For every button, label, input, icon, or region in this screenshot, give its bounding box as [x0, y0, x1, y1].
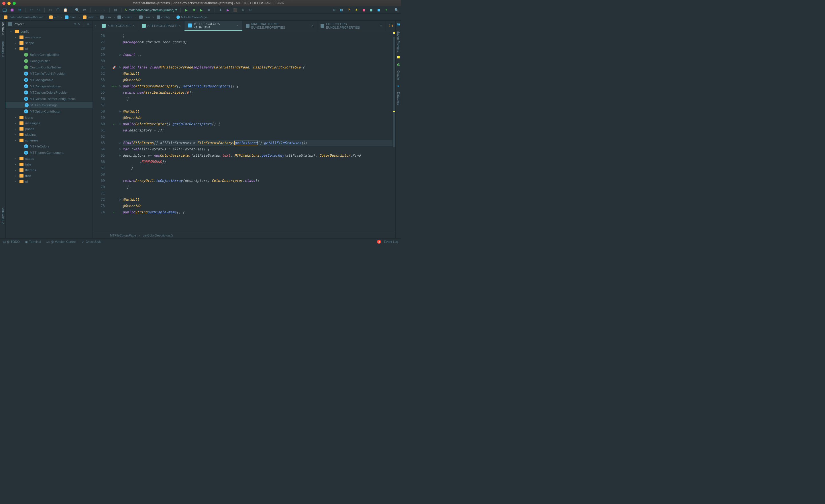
editor-tab[interactable]: FILE COLORS BUNDLE.PROPERTIES× [317, 21, 386, 31]
stop-icon[interactable]: ■ [207, 8, 211, 12]
code-editor[interactable]: 2627282930315253545556575859606162636465… [93, 31, 395, 232]
event-count-badge[interactable]: 2 [377, 240, 381, 244]
tree-folder[interactable]: ▸status [6, 156, 92, 162]
tree-folder[interactable]: ▸messages [6, 120, 92, 126]
tree-file[interactable]: CMTCustomThemeConfigurable [6, 96, 92, 102]
debug-icon[interactable]: ✱ [192, 8, 196, 12]
tree-folder[interactable]: ▸ui [6, 179, 92, 184]
tree-folder[interactable]: ▸tree [6, 173, 92, 179]
tree-file[interactable]: ICustomConfigNotifier [6, 64, 92, 70]
close-window-icon[interactable] [2, 2, 5, 5]
mt2-icon[interactable]: ◼ [369, 8, 374, 12]
paste-icon[interactable]: 📋 [63, 8, 68, 12]
breadcrumb-item[interactable]: config [155, 15, 171, 19]
breadcrumb-item[interactable]: chrisrm [116, 15, 134, 19]
tree-file[interactable]: CMTCustomColorsProvider [6, 89, 92, 96]
settings-dots-icon[interactable]: ⋮ [82, 22, 86, 26]
line-number-gutter[interactable]: 2627282930315253545556575859606162636465… [93, 31, 110, 232]
database-tool-button[interactable]: Database [397, 92, 400, 105]
editor-tab[interactable]: BUILD.GRADLE× [98, 21, 138, 31]
tab-close-icon[interactable]: × [236, 23, 239, 27]
redo-icon[interactable]: ↷ [36, 8, 41, 12]
tree-folder[interactable]: ▸panes [6, 126, 92, 132]
editor-tab[interactable]: MATERIAL THEME BUNDLE.PROPERTIES× [242, 21, 317, 31]
breadcrumb-item[interactable]: src [48, 15, 60, 19]
puzzle-icon[interactable]: ✦ [384, 8, 388, 12]
back-icon[interactable]: ← [94, 8, 98, 12]
settings-icon[interactable]: ⚙ [332, 8, 336, 12]
breadcrumb-item[interactable]: com [98, 15, 112, 19]
breadcrumb-item[interactable]: idea [138, 15, 152, 19]
star-icon[interactable]: ☀ [354, 8, 359, 12]
tab-close-icon[interactable]: × [311, 23, 313, 28]
collapse-icon[interactable]: ⇱ [78, 22, 80, 26]
tree-file[interactable]: CMTOptionContributor [6, 108, 92, 114]
grid-icon[interactable]: ⊞ [113, 8, 118, 12]
tree-folder[interactable]: ▸icons [6, 114, 92, 120]
tab-close-icon[interactable]: × [132, 23, 135, 28]
tree-folder[interactable]: ▾config [6, 29, 92, 34]
forward-icon[interactable]: → [101, 8, 106, 12]
help-icon[interactable]: ? [347, 8, 351, 12]
breadcrumb-item[interactable]: main [63, 15, 78, 19]
mt1-icon[interactable]: ◼ [362, 8, 366, 12]
run2-icon[interactable]: ▶ [199, 8, 204, 12]
tree-file[interactable]: CMTFileColors [6, 143, 92, 150]
favorites-tool-button[interactable]: 2: Favorites [1, 207, 5, 224]
cut-icon[interactable]: ✂ [48, 8, 53, 12]
save-icon[interactable] [10, 8, 14, 12]
run-config-selector[interactable]: ↻ material-theme-jetbrains [runIde] ▾ [125, 8, 177, 12]
editor-scrollbar[interactable] [392, 31, 395, 232]
mt3-icon[interactable]: ◼ [376, 8, 381, 12]
profiler-icon[interactable]: ▶ [226, 8, 230, 12]
breadcrumb-item[interactable]: MTFileColorsPage [175, 15, 209, 19]
jb-icon[interactable]: ⬛ [233, 8, 238, 12]
hidden-tab-count[interactable]: ⋮ 4 [386, 21, 395, 31]
apps-icon[interactable]: ⊞ [339, 8, 344, 12]
tree-file[interactable]: IConfigNotifier [6, 58, 92, 64]
open-icon[interactable] [2, 8, 7, 12]
tab-nav-left-icon[interactable]: ‹ [93, 21, 98, 31]
reload1-icon[interactable]: ↻ [241, 8, 245, 12]
tree-file[interactable]: CMTThemesComponent [6, 150, 92, 156]
tree-folder[interactable]: ▸scope [6, 40, 92, 46]
reload2-icon[interactable]: ↻ [248, 8, 253, 12]
breadcrumb-item[interactable]: material-theme-jetbrains [2, 15, 45, 19]
tree-folder[interactable]: ▾schemes [6, 138, 92, 143]
structure-tool-button[interactable]: 7: Structure [1, 41, 5, 58]
todo-tool-button[interactable]: ▤ 6: TODO [3, 240, 20, 244]
tree-file[interactable]: CMTFileColorsPage [6, 102, 92, 108]
gradle-logo-icon[interactable]: ◐ [397, 63, 400, 67]
breadcrumb-method[interactable]: getColorDescriptors() [143, 234, 173, 237]
tree-file[interactable]: CMTConfigurableBase [6, 83, 92, 89]
run-icon[interactable]: ▶ [184, 8, 189, 12]
zoom-window-icon[interactable] [13, 2, 16, 5]
tab-close-icon[interactable]: × [179, 23, 181, 28]
dropdown-icon[interactable]: ▾ [74, 22, 76, 26]
tree-folder[interactable]: ▸tabs [6, 162, 92, 167]
hide-panel-icon[interactable]: ⇤ [87, 22, 90, 26]
breadcrumb-class[interactable]: MTFileColorsPage [110, 234, 136, 237]
breadcrumb-item[interactable]: java [81, 15, 95, 19]
editor-tab[interactable]: MT FILE COLORS PAGE.JAVA× [184, 21, 242, 31]
maven-tool-button[interactable]: Maven Projects [397, 30, 400, 52]
find-icon[interactable]: 🔍 [75, 8, 79, 12]
tree-file[interactable]: CMTConfigurable [6, 77, 92, 83]
code-content[interactable]: }package com.chrisrm.idea.config;import … [123, 31, 392, 232]
scrollbar-thumb[interactable] [393, 37, 395, 147]
minimize-window-icon[interactable] [7, 2, 11, 5]
tree-folder[interactable]: ▸plugins [6, 132, 92, 138]
event-log-button[interactable]: Event Log [384, 240, 398, 243]
terminal-tool-button[interactable]: ▣ Terminal [25, 240, 41, 244]
tree-folder[interactable]: ▾ui [6, 46, 92, 52]
tree-folder[interactable]: ▸themes [6, 167, 92, 173]
gradle-tool-button[interactable]: Gradle [397, 70, 400, 80]
tree-file[interactable]: CMTConfigTopHitProvider [6, 70, 92, 77]
tree-file[interactable]: IBeforeConfigNotifier [6, 52, 92, 58]
vcs-tool-button[interactable]: ⎇ 9: Version Control [46, 240, 76, 244]
project-tool-button[interactable]: 1: Project [1, 22, 5, 35]
apply-icon[interactable]: ⬇ [218, 8, 223, 12]
tree-folder[interactable]: ▸menuIcons [6, 34, 92, 40]
inspection-indicator-icon[interactable] [393, 32, 395, 34]
replace-icon[interactable]: ⇄ [82, 8, 87, 12]
